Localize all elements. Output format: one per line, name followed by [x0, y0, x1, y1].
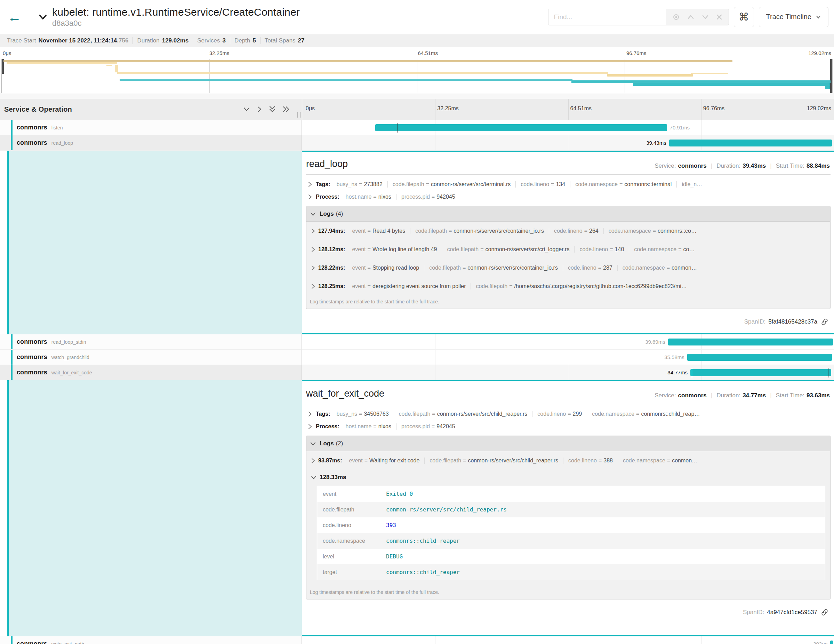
- tag-key-value[interactable]: code.namespace=conmon…: [617, 265, 702, 271]
- tag-key-value[interactable]: code.namespace=conmonrs::terminal: [570, 181, 676, 188]
- process-row[interactable]: Process:host.name=nixosprocess.pid=94204…: [306, 420, 831, 433]
- span-name-cell[interactable]: conmonrslisten: [0, 120, 302, 135]
- collapse-one-icon[interactable]: [243, 106, 251, 112]
- span-name-cell[interactable]: conmonrswrite_exit_path: [0, 636, 302, 644]
- view-selector-button[interactable]: Trace Timeline: [759, 7, 828, 27]
- tag-key: code.lineno: [568, 265, 596, 271]
- tag-key-value[interactable]: event=Read 4 bytes: [347, 228, 410, 234]
- span-duration-bar[interactable]: [375, 124, 667, 131]
- link-icon[interactable]: [821, 318, 828, 326]
- span-timeline-cell[interactable]: 35.58ms: [302, 350, 834, 365]
- tag-key-value[interactable]: code.filepath=conmon-rs/server/src/cri_l…: [442, 246, 574, 252]
- chevron-right-icon[interactable]: [310, 283, 315, 290]
- span-duration-bar[interactable]: [830, 641, 833, 644]
- span-row-read_loop[interactable]: conmonrsread_loop39.43ms: [0, 135, 834, 150]
- tag-key-value[interactable]: host.name=nixos: [341, 194, 396, 200]
- tag-key-value[interactable]: process.pid=942045: [396, 424, 460, 430]
- span-duration-bar[interactable]: [669, 139, 832, 146]
- span-timeline-cell[interactable]: 39.69ms: [302, 334, 834, 350]
- tag-key-value[interactable]: code.filepath=conmon-rs/server/src/child…: [394, 411, 532, 417]
- chevron-right-icon[interactable]: [310, 228, 315, 234]
- tag-key-value[interactable]: code.filepath=conmon-rs/server/src/termi…: [388, 181, 516, 188]
- tag-key-value[interactable]: event=Waiting for exit code: [344, 458, 425, 464]
- tag-key-value[interactable]: code.lineno=134: [516, 181, 570, 188]
- span-row-watch_grandchild[interactable]: conmonrswatch_grandchild35.58ms: [0, 350, 834, 365]
- tag-key-value[interactable]: event=Wrote log line of length 49: [347, 246, 442, 252]
- tag-key-value[interactable]: code.lineno=140: [574, 246, 629, 252]
- service-name: conmonrs: [17, 139, 47, 146]
- tag-key-value[interactable]: code.filepath=conmon-rs/server/src/conta…: [410, 228, 549, 234]
- tag-key-value[interactable]: busy_ns=34506763: [331, 411, 393, 417]
- span-duration-bar[interactable]: [690, 369, 831, 376]
- span-row-wait_for_exit_code[interactable]: conmonrswait_for_exit_code34.77ms: [0, 365, 834, 380]
- tag-key-value[interactable]: code.filepath=/home/sascha/.cargo/regist…: [470, 283, 692, 290]
- tag-key-value[interactable]: code.namespace=conmonrs::co…: [603, 228, 701, 234]
- column-resize-handle[interactable]: [297, 112, 301, 118]
- log-entry-expanded[interactable]: 128.33ms: [306, 470, 830, 485]
- chevron-right-icon[interactable]: [307, 181, 312, 188]
- find-clear-icon[interactable]: [716, 14, 722, 20]
- tag-key-value[interactable]: code.lineno=287: [563, 265, 617, 271]
- chevron-right-icon[interactable]: [307, 424, 312, 430]
- tag-key-value[interactable]: code.lineno=264: [549, 228, 603, 234]
- span-name-cell[interactable]: conmonrswait_for_exit_code: [0, 365, 302, 380]
- find-prev-icon[interactable]: [687, 14, 695, 20]
- span-name-cell[interactable]: conmonrswatch_grandchild: [0, 350, 302, 365]
- span-duration-bar[interactable]: [687, 354, 832, 361]
- tag-key-value[interactable]: process.pid=942045: [396, 194, 460, 200]
- tags-row[interactable]: Tags:busy_ns=34506763code.filepath=conmo…: [306, 408, 831, 420]
- span-row-write_exit_path[interactable]: conmonrswrite_exit_path303μs: [0, 636, 834, 644]
- span-duration-bar[interactable]: [668, 338, 833, 345]
- tag-key-value[interactable]: event=deregistering event source from po…: [347, 283, 470, 290]
- link-icon[interactable]: [821, 608, 828, 616]
- find-input[interactable]: [548, 9, 666, 25]
- process-row[interactable]: Process:host.name=nixosprocess.pid=94204…: [306, 191, 831, 203]
- keyboard-shortcuts-button[interactable]: ⌘: [734, 7, 754, 27]
- span-timeline-cell[interactable]: 39.43ms: [302, 135, 834, 150]
- tag-key-value[interactable]: code.namespace=conmon…: [618, 458, 702, 464]
- log-entry[interactable]: 128.25ms:event=deregistering event sourc…: [306, 277, 830, 295]
- expand-all-icon[interactable]: [283, 105, 290, 113]
- collapse-all-icon[interactable]: [268, 105, 276, 113]
- tag-key-value[interactable]: code.filepath=conmon-rs/server/src/child…: [424, 458, 563, 464]
- chevron-down-icon[interactable]: [310, 475, 317, 480]
- tag-key-value[interactable]: code.namespace=conmonrs::child_reap…: [587, 411, 705, 417]
- equals-sign: =: [368, 228, 371, 234]
- log-entry[interactable]: 127.94ms:event=Read 4 bytescode.filepath…: [306, 222, 830, 240]
- tag-key-value[interactable]: idle_n…: [676, 181, 707, 188]
- trace-minimap[interactable]: [2, 59, 832, 93]
- tag-key-value[interactable]: code.lineno=299: [532, 411, 587, 417]
- chevron-right-icon[interactable]: [307, 411, 312, 417]
- trace-collapse-chevron-icon[interactable]: [37, 13, 49, 21]
- logs-header[interactable]: Logs(2): [306, 436, 830, 451]
- tag-key-value[interactable]: event=Stopping read loop: [347, 265, 424, 271]
- chevron-right-icon[interactable]: [310, 458, 315, 464]
- chevron-right-icon[interactable]: [307, 194, 312, 200]
- span-name-cell[interactable]: conmonrsread_loop: [0, 135, 302, 150]
- log-entry[interactable]: 128.12ms:event=Wrote log line of length …: [306, 240, 830, 259]
- locate-icon[interactable]: [672, 13, 680, 21]
- tag-key-value[interactable]: code.filepath=conmon-rs/server/src/conta…: [424, 265, 563, 271]
- chevron-down-icon[interactable]: [310, 441, 316, 446]
- chevron-down-icon[interactable]: [310, 212, 316, 217]
- span-name-cell[interactable]: conmonrsread_loop_stdin: [0, 334, 302, 350]
- minimap-right-scrubber[interactable]: [830, 59, 832, 93]
- span-row-read_loop_stdin[interactable]: conmonrsread_loop_stdin39.69ms: [0, 334, 834, 350]
- span-row-listen[interactable]: conmonrslisten70.91ms: [0, 120, 834, 135]
- log-entry[interactable]: 93.87ms:event=Waiting for exit codecode.…: [306, 451, 830, 470]
- back-button[interactable]: ←: [0, 0, 29, 34]
- tag-key-value[interactable]: code.lineno=388: [563, 458, 618, 464]
- tags-row[interactable]: Tags:busy_ns=273882code.filepath=conmon-…: [306, 178, 831, 191]
- span-timeline-cell[interactable]: 70.91ms: [302, 120, 834, 135]
- chevron-right-icon[interactable]: [310, 246, 315, 252]
- find-next-icon[interactable]: [701, 14, 709, 20]
- tag-key-value[interactable]: code.namespace=co…: [629, 246, 700, 252]
- tag-key-value[interactable]: busy_ns=273882: [331, 181, 387, 188]
- log-entry[interactable]: 128.22ms:event=Stopping read loopcode.fi…: [306, 259, 830, 277]
- expand-one-icon[interactable]: [257, 105, 262, 113]
- tag-key-value[interactable]: host.name=nixos: [341, 424, 396, 430]
- logs-header[interactable]: Logs(4): [306, 206, 830, 222]
- span-timeline-cell[interactable]: 303μs: [302, 636, 834, 644]
- span-timeline-cell[interactable]: 34.77ms: [302, 365, 834, 380]
- chevron-right-icon[interactable]: [310, 265, 315, 271]
